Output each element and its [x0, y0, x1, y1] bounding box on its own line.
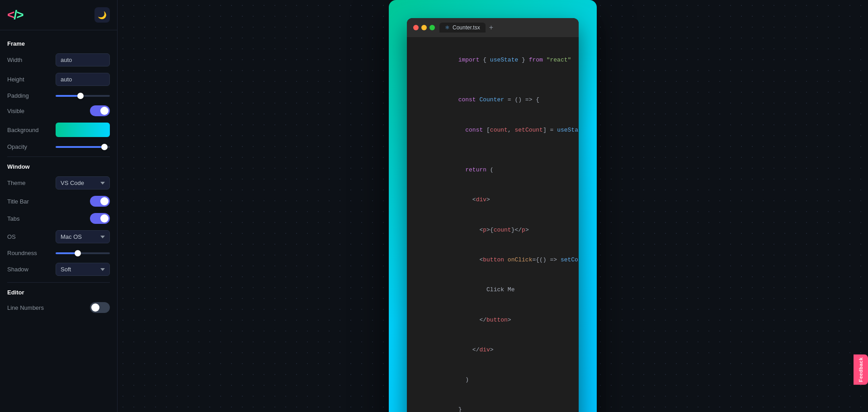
- width-control: Width: [7, 53, 110, 66]
- tabs-toggle-slider: [90, 213, 110, 224]
- code-line-10: Click Me: [416, 275, 570, 305]
- code-line-8: <p>{count}</p>: [416, 215, 570, 245]
- code-line-11: </button>: [416, 305, 570, 335]
- section-divider-1: [7, 156, 110, 157]
- os-label: OS: [7, 233, 16, 240]
- dark-mode-button[interactable]: 🌙: [94, 7, 110, 23]
- opacity-slider[interactable]: [56, 146, 110, 148]
- traffic-light-green: [429, 25, 435, 30]
- code-body: import { useState } from "react" const C…: [407, 37, 579, 412]
- code-line-14: }: [416, 395, 570, 412]
- logo-icon: </>: [7, 8, 23, 22]
- height-input[interactable]: [56, 73, 110, 86]
- os-control: OS Mac OS Windows Linux: [7, 230, 110, 243]
- visible-toggle-slider: [90, 105, 110, 116]
- tab-name: Counter.tsx: [453, 24, 480, 31]
- sidebar-header: </> 🌙: [0, 0, 117, 30]
- feedback-button[interactable]: Feedback: [854, 355, 868, 385]
- titlebar-control: Title Bar: [7, 196, 110, 207]
- code-line-9: <button onClick={() => setCount(count+1)…: [416, 245, 570, 275]
- os-select[interactable]: Mac OS Windows Linux: [56, 230, 110, 243]
- preview-container: ⚛ Counter.tsx + import { useState } from…: [389, 0, 597, 412]
- tabs-label: Tabs: [7, 215, 19, 222]
- theme-select[interactable]: VS Code Dracula Monokai GitHub Dark One …: [56, 176, 110, 189]
- line-numbers-toggle-slider: [90, 302, 110, 313]
- roundness-slider[interactable]: [56, 252, 110, 254]
- padding-label: Padding: [7, 92, 29, 99]
- code-line-6: return (: [416, 155, 570, 185]
- line-numbers-toggle[interactable]: [90, 302, 110, 313]
- traffic-lights: [413, 25, 435, 30]
- section-divider-2: [7, 282, 110, 283]
- roundness-label: Roundness: [7, 250, 37, 256]
- background-control: Background: [7, 123, 110, 137]
- line-numbers-control: Line Numbers: [7, 302, 110, 313]
- shadow-label: Shadow: [7, 266, 28, 273]
- roundness-slider-container: [56, 252, 110, 254]
- shadow-control: Shadow None Soft Medium Hard: [7, 263, 110, 276]
- main-content: ⚛ Counter.tsx + import { useState } from…: [118, 0, 868, 412]
- shadow-select[interactable]: None Soft Medium Hard: [56, 263, 110, 276]
- background-color-swatch[interactable]: [56, 123, 110, 137]
- titlebar-toggle[interactable]: [90, 196, 110, 207]
- visible-toggle[interactable]: [90, 105, 110, 116]
- width-input[interactable]: [56, 53, 110, 66]
- traffic-light-yellow: [421, 25, 427, 30]
- sidebar-content: Frame Width Height Padding Visible: [0, 30, 117, 412]
- tab-item[interactable]: ⚛ Counter.tsx: [439, 23, 486, 33]
- editor-section-title: Editor: [7, 289, 110, 296]
- padding-control: Padding: [7, 92, 110, 99]
- titlebar-toggle-slider: [90, 196, 110, 207]
- roundness-control: Roundness: [7, 250, 110, 256]
- window-section-title: Window: [7, 163, 110, 170]
- traffic-light-red: [413, 25, 419, 30]
- height-control: Height: [7, 73, 110, 86]
- titlebar-label: Title Bar: [7, 198, 29, 205]
- code-line-4: const [count, setCount] = useState(0);: [416, 115, 570, 145]
- logo: </>: [7, 8, 23, 22]
- theme-label: Theme: [7, 180, 25, 186]
- code-line-7: <div>: [416, 185, 570, 215]
- visible-control: Visible: [7, 105, 110, 116]
- height-label: Height: [7, 76, 24, 83]
- tab-icon: ⚛: [445, 24, 450, 31]
- opacity-label: Opacity: [7, 143, 27, 150]
- code-line-13: ): [416, 365, 570, 395]
- tabs-control: Tabs: [7, 213, 110, 224]
- tabs-toggle[interactable]: [90, 213, 110, 224]
- code-line-1: import { useState } from "react": [416, 45, 570, 75]
- line-numbers-label: Line Numbers: [7, 304, 44, 311]
- padding-slider-container: [56, 95, 110, 97]
- code-line-12: </div>: [416, 335, 570, 365]
- sidebar: </> 🌙 Frame Width Height Padding: [0, 0, 118, 412]
- background-label: Background: [7, 127, 38, 133]
- width-label: Width: [7, 57, 22, 63]
- code-window: ⚛ Counter.tsx + import { useState } from…: [407, 18, 579, 412]
- tab-bar: ⚛ Counter.tsx +: [439, 23, 572, 33]
- tab-plus[interactable]: +: [489, 24, 493, 32]
- code-line-blank-2: [416, 145, 570, 155]
- opacity-slider-container: [56, 146, 110, 148]
- visible-label: Visible: [7, 108, 24, 114]
- theme-control: Theme VS Code Dracula Monokai GitHub Dar…: [7, 176, 110, 189]
- code-line-blank-1: [416, 75, 570, 85]
- padding-slider[interactable]: [56, 95, 110, 97]
- frame-section-title: Frame: [7, 40, 110, 47]
- window-titlebar: ⚛ Counter.tsx +: [407, 18, 579, 37]
- code-line-3: const Counter = () => {: [416, 85, 570, 115]
- opacity-control: Opacity: [7, 143, 110, 150]
